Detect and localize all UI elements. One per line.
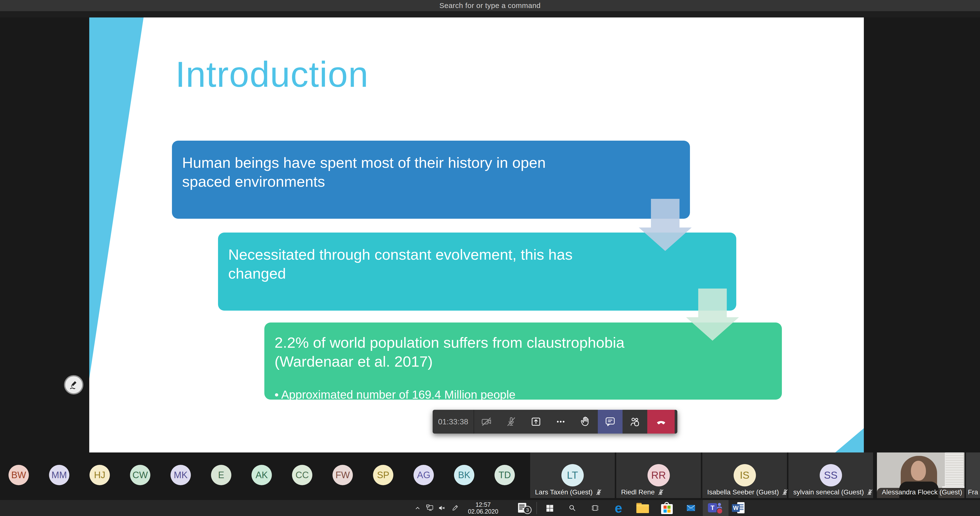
window-blind-art <box>945 452 964 487</box>
mic-muted-icon <box>657 489 665 496</box>
volume-button[interactable] <box>436 500 447 516</box>
chevron-up-icon <box>414 504 422 512</box>
share-screen-icon <box>530 416 542 427</box>
share-screen-button[interactable] <box>523 410 548 433</box>
title-bar: Search for or type a command <box>0 0 980 11</box>
avatar: SS <box>820 464 842 486</box>
raise-hand-button[interactable] <box>573 410 598 433</box>
meeting-timer: 01:33:38 <box>433 410 474 433</box>
slide-box-3: 2.2% of world population suffers from cl… <box>264 322 782 400</box>
search-icon <box>568 504 576 512</box>
taskbar-app-teams[interactable]: T <box>703 500 729 516</box>
slide-title: Introduction <box>175 54 369 95</box>
mic-off-icon <box>505 416 517 427</box>
slide-box-3-bullet: Approximated number of 169.4 Million peo… <box>264 377 638 402</box>
participant-avatar-ag[interactable]: AG <box>414 465 434 485</box>
taskbar-app-file-explorer[interactable] <box>636 500 649 516</box>
participant-tile-rr[interactable]: RRRiedl Rene <box>616 452 701 498</box>
display-cast-button[interactable] <box>425 500 435 516</box>
mic-off-button[interactable] <box>499 410 523 433</box>
mic-muted-icon <box>595 489 602 496</box>
hang-up-icon <box>655 416 667 427</box>
slide-box-1: Human beings have spent most of their hi… <box>172 141 690 219</box>
meeting-header-strip <box>0 11 980 17</box>
pen-scribble-icon <box>68 379 79 391</box>
participant-avatar-bk[interactable]: BK <box>454 465 474 485</box>
participant-avatar-mm[interactable]: MM <box>49 465 69 485</box>
chat-button[interactable] <box>598 410 622 433</box>
participant-strip-avatars: BWMMHJCWMKEAKCCFWSPAGBKTD <box>8 465 515 485</box>
slide-corner-accent <box>835 428 864 452</box>
participant-avatar-cc[interactable]: CC <box>292 465 312 485</box>
taskbar-app-edge[interactable]: e <box>613 500 624 516</box>
person-face-art <box>911 461 926 481</box>
file-explorer-icon <box>636 503 649 513</box>
presentation-slide: Introduction Human beings have spent mos… <box>89 17 864 452</box>
taskbar-app-word[interactable]: W <box>732 500 746 516</box>
participant-name: Isabella Seeber (Guest) <box>707 488 779 496</box>
video-tile-partial[interactable]: Fra <box>966 452 980 498</box>
action-center-button[interactable]: 3 <box>518 502 533 514</box>
participant-avatar-e[interactable]: E <box>211 465 231 485</box>
teams-status-badge <box>716 508 723 514</box>
camera-off-button[interactable] <box>474 410 499 433</box>
slide-accent-band <box>89 17 143 379</box>
teams-icon: T <box>708 502 724 514</box>
edge-icon: e <box>614 501 622 515</box>
clock-date: 02.06.2020 <box>466 508 500 515</box>
avatar: RR <box>648 464 670 486</box>
windows-taskbar: 12:57 02.06.2020 3 <box>0 500 980 516</box>
mic-muted-icon <box>781 489 789 496</box>
participant-tiles: LTLars Taxén (Guest) RRRiedl Rene ISIsab… <box>530 452 873 498</box>
participant-name: Alessandra Floeck (Guest) <box>882 488 962 496</box>
participant-avatar-mk[interactable]: MK <box>170 465 191 485</box>
chat-icon <box>605 416 616 427</box>
participant-avatar-fw[interactable]: FW <box>332 465 353 485</box>
participant-avatar-td[interactable]: TD <box>495 465 515 485</box>
shared-screen-stage: Introduction Human beings have spent mos… <box>0 17 980 452</box>
video-tile-alessandra[interactable]: Alessandra Floeck (Guest) <box>877 452 964 498</box>
participant-avatar-ak[interactable]: AK <box>251 465 272 485</box>
participant-tile-ss[interactable]: SSsylvain senecal (Guest) <box>788 452 873 498</box>
participant-name: sylvain senecal (Guest) <box>793 488 864 496</box>
word-icon: W <box>732 502 745 514</box>
volume-muted-icon <box>438 504 446 512</box>
slide-box-1-text: Human beings have spent most of their hi… <box>172 141 594 191</box>
participant-avatar-hj[interactable]: HJ <box>89 465 110 485</box>
slide-box-3-text: 2.2% of world population suffers from cl… <box>264 322 638 371</box>
windows-ink-button[interactable] <box>450 500 461 516</box>
start-button[interactable] <box>544 500 555 516</box>
participants-icon <box>629 416 641 427</box>
clock-time: 12:57 <box>466 501 500 508</box>
participant-avatar-bw[interactable]: BW <box>8 465 29 485</box>
taskbar-divider <box>536 502 537 514</box>
hidden-icons-button[interactable] <box>412 500 423 516</box>
participant-name: Lars Taxén (Guest) <box>535 488 593 496</box>
raise-hand-icon <box>580 416 591 427</box>
camera-off-icon <box>480 416 492 427</box>
taskbar-clock[interactable]: 12:57 02.06.2020 <box>466 501 500 515</box>
search-command-box[interactable]: Search for or type a command <box>439 2 541 10</box>
hang-up-button[interactable] <box>647 410 675 433</box>
participant-tile-is[interactable]: ISIsabella Seeber (Guest) <box>702 452 787 498</box>
display-cast-icon <box>426 504 434 512</box>
avatar: IS <box>733 464 756 486</box>
participant-name: Riedl Rene <box>621 488 655 496</box>
windows-ink-pen-icon <box>451 504 460 512</box>
annotation-pen-button[interactable] <box>64 375 83 395</box>
participant-tile-lt[interactable]: LTLars Taxén (Guest) <box>530 452 615 498</box>
notification-badge: 3 <box>523 506 531 514</box>
slide-box-2-text: Necessitated through constant evolvement… <box>218 233 604 283</box>
avatar: LT <box>562 464 584 486</box>
participant-avatar-cw[interactable]: CW <box>130 465 150 485</box>
participants-button[interactable] <box>622 410 647 433</box>
participant-avatar-sp[interactable]: SP <box>373 465 393 485</box>
taskbar-search-button[interactable] <box>567 500 578 516</box>
windows-logo-icon <box>546 504 554 512</box>
participant-name: Fra <box>968 488 978 496</box>
meeting-control-bar: 01:33:38 <box>433 410 677 433</box>
more-options-button[interactable] <box>548 410 573 433</box>
taskbar-app-mail[interactable] <box>684 500 698 516</box>
taskbar-app-store[interactable] <box>660 500 673 516</box>
task-view-button[interactable] <box>590 500 600 516</box>
